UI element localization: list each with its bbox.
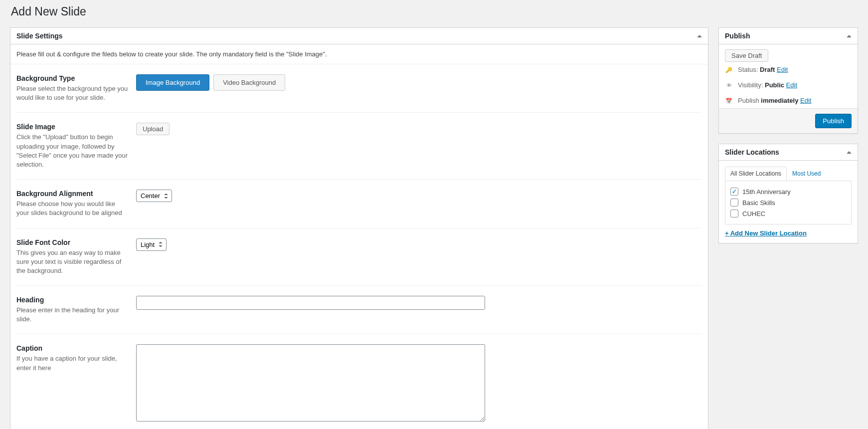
slide-settings-title: Slide Settings: [16, 32, 63, 40]
bgtype-label: Background Type: [16, 74, 128, 82]
caption-textarea[interactable]: [136, 344, 485, 422]
upload-button[interactable]: Upload: [136, 123, 170, 135]
bgalign-select[interactable]: Center: [136, 190, 172, 202]
eye-icon: [725, 81, 733, 89]
settings-intro: Please fill out & configure the fileds b…: [10, 44, 708, 64]
bgalign-desc: Please choose how you would like your sl…: [16, 200, 128, 217]
location-label: CUHEC: [742, 210, 765, 217]
status-edit-link[interactable]: Edit: [777, 66, 788, 73]
location-checkbox[interactable]: [730, 188, 738, 196]
slideimg-label: Slide Image: [16, 123, 128, 131]
visibility-edit-link[interactable]: Edit: [786, 81, 797, 89]
status-label: Status:: [738, 66, 758, 73]
collapse-icon[interactable]: [847, 35, 852, 37]
location-checkbox[interactable]: [730, 199, 738, 207]
page-title: Add New Slide: [11, 5, 858, 18]
bgtype-image-button[interactable]: Image Background: [136, 74, 209, 91]
caption-desc: If you have a caption for your slide, en…: [16, 354, 128, 372]
heading-desc: Please enter in the heading for your sli…: [16, 306, 128, 324]
add-new-location-link[interactable]: + Add New Slider Location: [725, 229, 852, 237]
schedule-edit-link[interactable]: Edit: [800, 97, 811, 104]
slideimg-desc: Click the "Upload" button to begin uploa…: [16, 133, 128, 169]
collapse-icon[interactable]: [697, 35, 702, 37]
fontcolor-desc: This gives you an easy way to make sure …: [16, 248, 128, 276]
tab-all-locations[interactable]: All Slider Locations: [725, 167, 787, 181]
slider-locations-title: Slider Locations: [725, 148, 779, 156]
status-value: Draft: [760, 66, 775, 73]
visibility-value: Public: [765, 81, 784, 89]
fontcolor-label: Slide Font Color: [16, 238, 128, 246]
caption-label: Caption: [16, 344, 128, 352]
heading-label: Heading: [16, 296, 128, 304]
list-item: 15th Anniversary: [730, 186, 846, 197]
fontcolor-select[interactable]: Light: [136, 238, 167, 251]
list-item: CUHEC: [730, 208, 846, 219]
calendar-icon: [725, 97, 733, 104]
location-checkbox[interactable]: [730, 210, 738, 217]
publish-button[interactable]: Publish: [815, 114, 852, 128]
location-label: 15th Anniversary: [742, 188, 791, 196]
schedule-value: immediately: [761, 97, 798, 104]
location-label: Basic Skills: [742, 199, 775, 207]
slide-settings-box: Slide Settings Please fill out & configu…: [10, 27, 708, 429]
visibility-label: Visibility:: [738, 81, 763, 89]
schedule-label: Publish: [738, 97, 759, 104]
heading-input[interactable]: [136, 296, 485, 310]
list-item: Basic Skills: [730, 197, 846, 208]
tab-most-used[interactable]: Most Used: [787, 167, 826, 181]
bgtype-video-button[interactable]: Video Background: [213, 74, 285, 91]
publish-box: Publish Save Draft Status: Draft Edit: [718, 27, 858, 134]
save-draft-button[interactable]: Save Draft: [725, 49, 768, 62]
bgtype-desc: Please select the background type you wo…: [16, 84, 128, 102]
key-icon: [725, 66, 733, 73]
collapse-icon[interactable]: [847, 151, 852, 154]
slider-locations-box: Slider Locations All Slider Locations Mo…: [718, 144, 858, 243]
bgalign-label: Background Alignment: [16, 190, 128, 198]
location-list: 15th AnniversaryBasic SkillsCUHEC: [730, 186, 846, 219]
publish-title: Publish: [725, 32, 750, 40]
